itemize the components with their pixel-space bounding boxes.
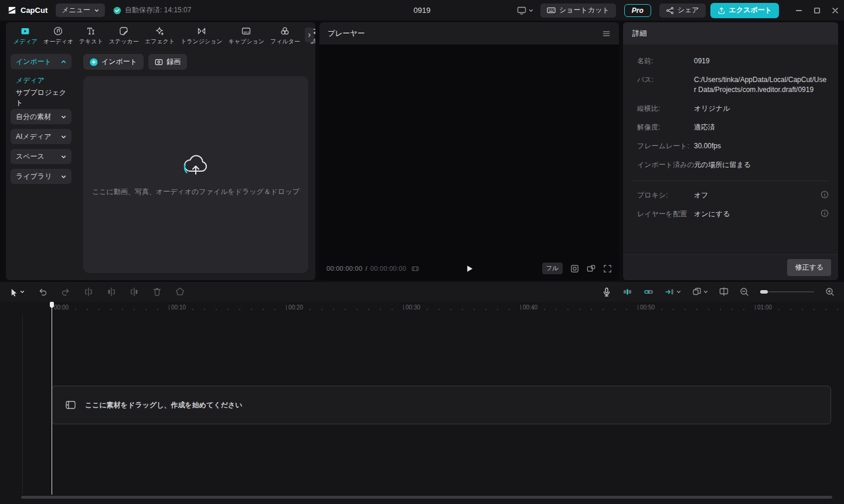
menu-button[interactable]: メニュー xyxy=(56,4,105,17)
timeline-drop-hint: ここに素材をドラッグし、作成を始めてください xyxy=(85,400,243,410)
cloud-upload-icon xyxy=(181,153,210,178)
chevron-down-icon xyxy=(529,8,533,13)
close-button[interactable] xyxy=(826,0,844,21)
zoom-in-icon[interactable] xyxy=(825,287,835,297)
info-icon[interactable] xyxy=(821,209,829,217)
sidebar-section-import[interactable]: インポート xyxy=(11,54,72,69)
audio-icon xyxy=(53,26,63,36)
player-menu-button[interactable] xyxy=(602,29,611,38)
asset-tab-strip: メディア オーディオ テキスト ステッカー エフェクト トランジション xyxy=(6,22,315,47)
record-voiceover-button[interactable] xyxy=(602,287,611,297)
pro-badge[interactable]: Pro xyxy=(624,4,651,17)
delete-button[interactable] xyxy=(152,287,162,297)
sidebar-collapsed-sections: 自分の素材 AIメディア スペース xyxy=(11,109,73,184)
tab-media[interactable]: メディア xyxy=(11,26,40,46)
chevron-down-icon xyxy=(676,290,681,294)
media-dropzone[interactable]: ここに動画、写真、オーディオのファイルをドラッグ＆ドロップ xyxy=(83,76,308,273)
export-button[interactable]: エクスポート xyxy=(710,3,779,18)
zoom-out-icon[interactable] xyxy=(740,287,749,297)
shortcut-button[interactable]: ショートカット xyxy=(540,4,616,18)
timeline: 00:0000:1000:2000:3000:4000:5001:00 ここに素… xyxy=(0,302,844,504)
timeline-zoom-slider[interactable] xyxy=(760,291,814,292)
keyboard-icon xyxy=(547,6,556,15)
sidebar-section[interactable]: スペース xyxy=(11,149,72,164)
media-icon xyxy=(21,26,30,36)
import-button[interactable]: インポート xyxy=(83,54,144,70)
select-tool-button[interactable] xyxy=(9,288,25,297)
details-panel: 詳細 名前: 0919 パス: C:/Users/tinka/AppData/L… xyxy=(623,22,838,280)
detail-option-row: レイヤーを配置 オンにする xyxy=(637,209,829,219)
cursor-icon xyxy=(9,288,18,297)
share-button[interactable]: シェア xyxy=(659,4,706,18)
delete-right-button[interactable] xyxy=(130,287,139,297)
panel-expand-button[interactable] xyxy=(305,28,314,42)
detail-row: パス: C:/Users/tinka/AppData/Local/CapCut/… xyxy=(637,75,829,95)
horizontal-scrollbar[interactable] xyxy=(21,496,832,499)
ruler-label: 00:40 xyxy=(520,304,638,311)
tab-effects[interactable]: エフェクト xyxy=(142,26,178,46)
track-header-divider xyxy=(22,315,23,493)
chevron-down-icon xyxy=(703,290,708,294)
tab-sticker[interactable]: ステッカー xyxy=(106,26,142,46)
plus-circle-icon xyxy=(90,58,98,66)
info-icon[interactable] xyxy=(821,190,829,199)
capcut-logo-icon xyxy=(7,5,17,15)
media-content: インポート 録画 ここに動画、写真、オーデ xyxy=(77,47,315,280)
sticker-icon xyxy=(119,26,128,36)
dropzone-hint: ここに動画、写真、オーディオのファイルをドラッグ＆ドロップ xyxy=(92,187,300,197)
minimize-button[interactable] xyxy=(789,0,808,21)
player-viewport[interactable]: 00:00:00:00 / 00:00:00:00 フル xyxy=(319,45,619,280)
redo-button[interactable] xyxy=(61,287,70,297)
undo-button[interactable] xyxy=(38,287,47,297)
sidebar-item-subproject[interactable]: サブプロジェクト xyxy=(11,91,73,104)
full-size-button[interactable]: フル xyxy=(542,263,563,274)
chevron-right-icon xyxy=(307,33,312,38)
record-icon xyxy=(155,58,163,66)
sidebar-section[interactable]: 自分の素材 xyxy=(11,109,72,124)
modify-button[interactable]: 修正する xyxy=(787,259,831,276)
tab-text[interactable]: テキスト xyxy=(76,26,106,46)
clip-placeholder-icon xyxy=(65,400,76,410)
timecode-settings-icon[interactable] xyxy=(411,265,419,273)
timeline-ruler[interactable]: 00:0000:1000:2000:3000:4000:5001:00 xyxy=(0,302,844,312)
chevron-down-icon xyxy=(20,290,25,294)
layout-switch-button[interactable] xyxy=(515,4,536,18)
preview-axis-icon[interactable] xyxy=(719,287,729,297)
tab-filters[interactable]: フィルター xyxy=(267,26,303,46)
sidebar-item-media[interactable]: メディア xyxy=(11,74,73,87)
media-panel: メディア オーディオ テキスト ステッカー エフェクト トランジション xyxy=(6,22,315,280)
snap-toggle-icon[interactable] xyxy=(622,287,632,297)
detail-row: 名前: 0919 xyxy=(637,56,829,66)
capcut-logo: CapCut xyxy=(7,5,47,15)
ruler-label: 00:00 xyxy=(52,304,169,311)
media-sidebar: インポート メディア サブプロジェクト 自分の素材 AIメディア xyxy=(6,47,77,280)
linkage-toggle-icon[interactable] xyxy=(644,287,654,297)
tab-transitions[interactable]: トランジション xyxy=(178,26,226,46)
fullscreen-icon[interactable] xyxy=(603,264,612,273)
track-options-icon[interactable] xyxy=(692,287,708,297)
delete-left-button[interactable] xyxy=(107,287,116,297)
split-button[interactable] xyxy=(84,287,93,297)
tab-audio[interactable]: オーディオ xyxy=(40,26,76,46)
sidebar-section[interactable]: ライブラリ xyxy=(11,169,72,184)
playhead[interactable] xyxy=(52,302,52,495)
maximize-button[interactable] xyxy=(808,0,826,21)
fit-frame-icon[interactable] xyxy=(570,264,579,273)
mask-button[interactable] xyxy=(175,287,185,297)
record-button[interactable]: 録画 xyxy=(148,54,187,70)
detail-row: フレームレート: 30.00fps xyxy=(637,141,829,151)
aspect-ratio-icon[interactable] xyxy=(587,264,595,273)
details-body: 名前: 0919 パス: C:/Users/tinka/AppData/Loca… xyxy=(623,45,838,254)
timeline-drop-strip[interactable]: ここに素材をドラッグし、作成を始めてください xyxy=(52,386,831,424)
sidebar-section[interactable]: AIメディア xyxy=(11,129,72,144)
ripple-toggle-icon[interactable] xyxy=(665,287,681,297)
tab-captions[interactable]: キャプション xyxy=(226,26,267,46)
ruler-label: 00:50 xyxy=(638,304,755,311)
detail-row: 解像度: 適応済 xyxy=(637,122,829,132)
divider xyxy=(632,181,829,181)
zoom-slider-handle[interactable] xyxy=(760,290,768,294)
player-panel: プレーヤー 00:00:00:00 / 00:00:00:00 フル xyxy=(319,22,619,280)
play-button[interactable] xyxy=(464,263,475,274)
chevron-down-icon xyxy=(94,8,99,13)
chevron-down-icon xyxy=(61,114,66,120)
